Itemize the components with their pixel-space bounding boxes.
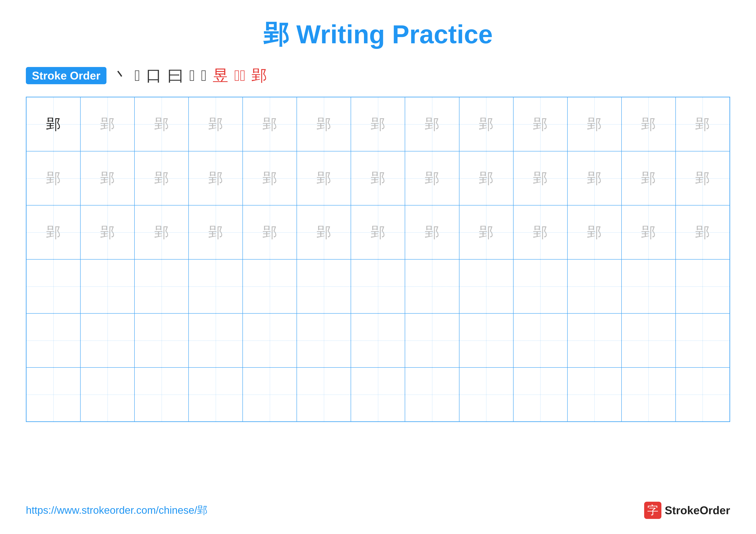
grid-cell: 郢 [80, 151, 134, 205]
grid-row-6 [26, 368, 730, 421]
stroke-8: 郢̣ [234, 67, 246, 85]
grid-cell[interactable] [405, 259, 459, 314]
grid-cell[interactable] [567, 314, 622, 368]
grid-cell: 郢 [622, 205, 676, 259]
grid-cell: 郢 [243, 205, 297, 259]
grid-cell[interactable] [405, 314, 459, 368]
stroke-6: 𠃑 [201, 67, 206, 85]
grid-cell[interactable] [513, 314, 567, 368]
grid-cell: 郢 [297, 151, 351, 205]
page: 郢 Writing Practice Stroke Order 丶 𠃍 口 曰 … [0, 0, 756, 534]
grid-cell: 郢 [459, 97, 513, 151]
grid-cell: 郢 [351, 97, 405, 151]
grid-cell: 郢 [134, 151, 189, 205]
grid-cell: 郢 [405, 205, 459, 259]
grid-cell: 郢 [622, 97, 676, 151]
grid-cell: 郢 [622, 151, 676, 205]
grid-cell: 郢 [459, 205, 513, 259]
grid-cell[interactable] [80, 259, 134, 314]
stroke-1: 丶 [113, 65, 128, 86]
grid-cell[interactable] [243, 259, 297, 314]
grid-cell[interactable] [351, 368, 405, 421]
stroke-order-row: Stroke Order 丶 𠃍 口 曰 𠃎 𠃑 昱 郢̣ 郢 [26, 65, 730, 86]
grid-cell: 郢 [405, 97, 459, 151]
page-title: 郢 Writing Practice [26, 17, 730, 52]
grid-cell: 郢 [351, 151, 405, 205]
grid-cell[interactable] [459, 314, 513, 368]
grid-cell: 郢 [26, 151, 80, 205]
stroke-3: 口 [146, 65, 162, 86]
grid-cell[interactable] [80, 368, 134, 421]
grid-cell[interactable] [676, 368, 730, 421]
grid-cell[interactable] [513, 368, 567, 421]
grid-cell[interactable] [567, 259, 622, 314]
grid-cell: 郢 [351, 205, 405, 259]
grid-cell: 郢 [513, 151, 567, 205]
grid-cell: 郢 [405, 151, 459, 205]
grid-cell[interactable] [405, 368, 459, 421]
grid-cell: 郢 [567, 205, 622, 259]
grid-cell: 郢 [513, 97, 567, 151]
grid-cell[interactable] [513, 259, 567, 314]
grid-row-3: 郢 郢 郢 郢 郢 郢 郢 郢 郢 郢 郢 郢 郢 [26, 205, 730, 259]
grid-cell[interactable] [243, 368, 297, 421]
grid-cell: 郢 [297, 205, 351, 259]
stroke-5: 𠃎 [189, 67, 195, 85]
stroke-order-logo-icon: 字 [644, 502, 662, 519]
grid-cell[interactable] [622, 368, 676, 421]
stroke-sequence: 丶 𠃍 口 曰 𠃎 𠃑 昱 郢̣ 郢 [113, 65, 267, 86]
stroke-9: 郢 [252, 65, 267, 86]
grid-cell: 郢 [189, 151, 243, 205]
grid-cell: 郢 [567, 151, 622, 205]
grid-cell[interactable] [676, 259, 730, 314]
grid-cell[interactable] [189, 368, 243, 421]
grid-cell[interactable] [297, 368, 351, 421]
stroke-4: 曰 [168, 65, 183, 86]
grid-row-5 [26, 314, 730, 368]
grid-cell[interactable] [567, 368, 622, 421]
grid-row-1: 郢 郢 郢 郢 郢 郢 郢 郢 郢 郢 郢 郢 郢 [26, 97, 730, 151]
grid-cell: 郢 [26, 97, 80, 151]
grid-cell: 郢 [80, 97, 134, 151]
grid-cell: 郢 [676, 205, 730, 259]
grid-row-2: 郢 郢 郢 郢 郢 郢 郢 郢 郢 郢 郢 郢 郢 [26, 151, 730, 205]
grid-cell[interactable] [297, 259, 351, 314]
grid-cell[interactable] [80, 314, 134, 368]
grid-cell[interactable] [351, 259, 405, 314]
grid-row-4 [26, 259, 730, 314]
footer-logo-text: StrokeOrder [665, 504, 730, 517]
grid-cell: 郢 [459, 151, 513, 205]
grid-cell: 郢 [513, 205, 567, 259]
grid-cell[interactable] [134, 314, 189, 368]
grid-cell[interactable] [26, 314, 80, 368]
grid-cell[interactable] [297, 314, 351, 368]
grid-cell[interactable] [459, 368, 513, 421]
stroke-2: 𠃍 [134, 67, 140, 85]
grid-cell[interactable] [622, 259, 676, 314]
grid-cell[interactable] [189, 314, 243, 368]
stroke-7: 昱 [213, 65, 228, 86]
grid-cell: 郢 [189, 205, 243, 259]
grid-cell[interactable] [26, 259, 80, 314]
grid-cell[interactable] [134, 259, 189, 314]
grid-cell: 郢 [243, 97, 297, 151]
practice-grid: 郢 郢 郢 郢 郢 郢 郢 郢 郢 郢 郢 郢 郢 郢 郢 郢 郢 郢 郢 郢 … [26, 97, 730, 422]
grid-cell[interactable] [26, 368, 80, 421]
grid-cell: 郢 [189, 97, 243, 151]
grid-cell: 郢 [676, 97, 730, 151]
grid-cell[interactable] [134, 368, 189, 421]
footer-url[interactable]: https://www.strokeorder.com/chinese/郢 [26, 503, 207, 517]
stroke-order-badge: Stroke Order [26, 67, 106, 84]
grid-cell[interactable] [622, 314, 676, 368]
footer: https://www.strokeorder.com/chinese/郢 字 … [26, 502, 730, 519]
grid-cell: 郢 [26, 205, 80, 259]
grid-cell: 郢 [80, 205, 134, 259]
grid-cell: 郢 [243, 151, 297, 205]
footer-logo: 字 StrokeOrder [644, 502, 730, 519]
grid-cell: 郢 [297, 97, 351, 151]
grid-cell[interactable] [351, 314, 405, 368]
grid-cell[interactable] [676, 314, 730, 368]
grid-cell[interactable] [459, 259, 513, 314]
grid-cell[interactable] [243, 314, 297, 368]
grid-cell[interactable] [189, 259, 243, 314]
